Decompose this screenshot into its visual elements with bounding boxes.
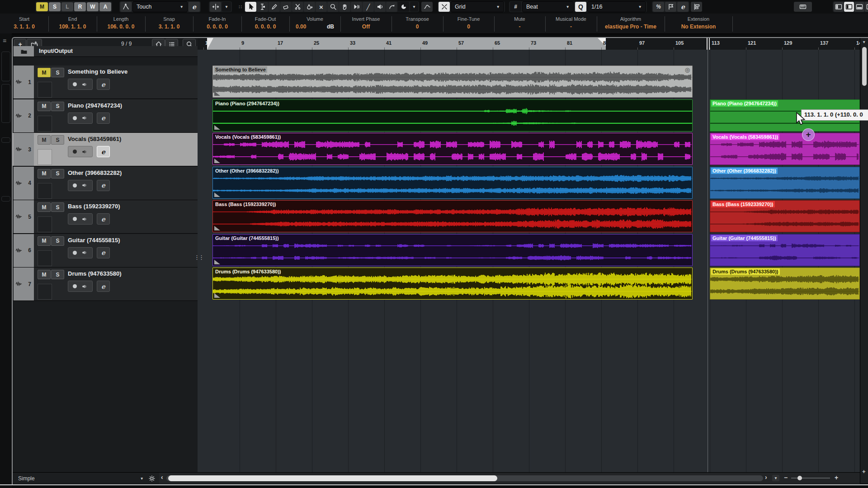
- monitor-icon[interactable]: [81, 249, 88, 256]
- solo-button[interactable]: S: [51, 202, 64, 212]
- autoscroll-options-button[interactable]: ▼: [222, 2, 231, 12]
- fade-handle-icon[interactable]: [214, 91, 220, 96]
- glue-tool-icon[interactable]: [304, 2, 315, 12]
- track-row-something[interactable]: 1MSSomething to Believee: [13, 66, 198, 99]
- mute-button[interactable]: M: [38, 135, 51, 145]
- erase-tool-icon[interactable]: [280, 2, 292, 12]
- edit-channel-button[interactable]: e: [97, 113, 110, 124]
- align-icon[interactable]: [691, 2, 702, 12]
- info-value-volume[interactable]: 0.00dB: [289, 23, 340, 30]
- record-enable-icon[interactable]: [73, 183, 77, 188]
- info-value-transpose[interactable]: 0: [392, 23, 443, 30]
- zoom-preset-icon[interactable]: ▼: [772, 475, 779, 481]
- info-value-length[interactable]: 106. 0. 0. 0: [97, 23, 145, 30]
- scroll-right-icon[interactable]: ›: [765, 474, 767, 481]
- ghost-audio-event-guitar[interactable]: Guitar (Guitar (744555815)): [710, 234, 860, 266]
- automation-m-button[interactable]: M: [36, 2, 48, 11]
- record-enable-icon[interactable]: [73, 150, 77, 154]
- zoom-slider-thumb[interactable]: [797, 476, 802, 480]
- draw-tool-icon[interactable]: [269, 2, 280, 12]
- hand-tool-icon[interactable]: [339, 2, 350, 12]
- audio-event-bass[interactable]: Bass (Bass (1592339270)): [212, 200, 693, 232]
- automation-s-button[interactable]: S: [49, 2, 61, 11]
- preset-dropdown-icon[interactable]: ▼: [140, 476, 144, 481]
- automation-curve-icon[interactable]: [421, 2, 433, 12]
- zone-left-button[interactable]: [834, 2, 844, 12]
- solo-button[interactable]: S: [51, 135, 64, 145]
- track-row-other[interactable]: 4MSOther (3966832282)e: [13, 167, 198, 200]
- zone-bottom-button[interactable]: [854, 2, 864, 12]
- info-value-end[interactable]: 109. 1. 1. 0: [48, 23, 97, 30]
- info-value-algorithm[interactable]: elastique Pro - Time: [597, 23, 665, 30]
- ghost-audio-event-bass[interactable]: Bass (Bass (1592339270)): [710, 200, 860, 232]
- split-tool-icon[interactable]: [292, 2, 303, 12]
- autoscroll-icon[interactable]: [210, 2, 221, 12]
- hscroll-track[interactable]: [166, 475, 763, 481]
- audio-event-drums[interactable]: Drums (Drums (947633580)): [212, 267, 693, 300]
- edit-channel-button[interactable]: e: [97, 79, 110, 90]
- comp-tool-icon[interactable]: [386, 2, 397, 12]
- folder-track-row[interactable]: Input/Output: [13, 46, 198, 57]
- automation-a-button[interactable]: A: [99, 2, 111, 11]
- track-preset-value[interactable]: Simple: [18, 475, 35, 482]
- mute-button[interactable]: M: [38, 236, 51, 246]
- monitor-icon[interactable]: [81, 81, 88, 88]
- info-value-fade-in[interactable]: 0. 0. 0. 0: [193, 23, 241, 30]
- solo-button[interactable]: S: [51, 102, 64, 111]
- snap-type-select[interactable]: Grid ▼: [451, 1, 504, 12]
- zone-left-wide-button[interactable]: [844, 2, 854, 12]
- track-row-piano[interactable]: 2MSPiano (2947647234)e: [13, 99, 198, 133]
- quantize-select[interactable]: 1/16 ▼: [587, 1, 646, 12]
- automation-w-button[interactable]: W: [87, 2, 99, 11]
- mute-tool-icon[interactable]: ×: [316, 2, 327, 12]
- zoom-slider-track[interactable]: [791, 478, 830, 479]
- monitor-icon[interactable]: [81, 216, 88, 222]
- ghost-audio-event-drums[interactable]: Drums (Drums (947633580)): [710, 267, 860, 300]
- monitor-icon[interactable]: [81, 115, 88, 121]
- inspector-stub[interactable]: [1, 196, 10, 202]
- audio-event-vocals[interactable]: Vocals (Vocals (583459861)): [212, 133, 693, 165]
- fade-handle-icon[interactable]: [214, 125, 220, 130]
- fade-handle-icon[interactable]: [214, 226, 220, 230]
- keyboard-panel-icon[interactable]: [794, 2, 812, 12]
- gear-icon[interactable]: [148, 475, 156, 482]
- fade-handle-icon[interactable]: [214, 192, 220, 197]
- color-options-button[interactable]: ▼: [410, 2, 418, 12]
- track-name[interactable]: Guitar (744555815): [68, 237, 120, 244]
- scroll-up-icon[interactable]: ▼: [862, 40, 866, 44]
- fade-handle-icon[interactable]: [214, 260, 220, 264]
- automation-r-button[interactable]: R: [74, 2, 86, 11]
- info-value-invert-phase[interactable]: Off: [340, 23, 392, 30]
- solo-button[interactable]: S: [51, 236, 64, 246]
- info-value-fine-tune[interactable]: 0: [443, 23, 494, 30]
- line-tool-icon[interactable]: ╱: [363, 2, 374, 12]
- inspector-stub[interactable]: [1, 52, 10, 81]
- inspector-stub[interactable]: [1, 137, 10, 143]
- automation-edit-button[interactable]: e: [189, 2, 200, 12]
- vertical-zoom-in-icon[interactable]: +: [862, 468, 866, 475]
- audio-event-piano[interactable]: Piano (Piano (2947647234)): [212, 99, 693, 131]
- mute-button[interactable]: M: [38, 68, 51, 77]
- ghost-audio-event-vocals[interactable]: Vocals (Vocals (583459861)): [710, 133, 860, 165]
- audiowarp-flag-icon[interactable]: [665, 2, 676, 12]
- audio-event-other[interactable]: Other (Other (3966832282)): [212, 167, 693, 199]
- zoom-out-icon[interactable]: −: [784, 474, 788, 481]
- track-name[interactable]: Something to Believe: [68, 68, 127, 75]
- zoom-in-icon[interactable]: +: [835, 474, 838, 481]
- mute-button[interactable]: M: [38, 270, 51, 279]
- info-value-mute[interactable]: -: [494, 23, 545, 30]
- info-value-musical-mode[interactable]: -: [545, 23, 597, 30]
- edit-channel-button[interactable]: e: [97, 213, 110, 225]
- zoom-tool-icon[interactable]: [327, 2, 339, 12]
- track-name[interactable]: Piano (2947647234): [68, 102, 122, 109]
- record-enable-icon[interactable]: [73, 284, 77, 288]
- event-display[interactable]: groove3 Something to Believe◎Piano (Pian…: [198, 50, 860, 472]
- track-name[interactable]: Bass (1592339270): [68, 203, 120, 210]
- menu-icon[interactable]: ≡: [3, 37, 6, 44]
- track-row-vocals[interactable]: 3MSVocals (583459861)e: [13, 133, 198, 166]
- automation-mode-select[interactable]: Touch ▼: [132, 1, 188, 12]
- record-enable-icon[interactable]: [73, 217, 77, 221]
- edit-channel-button[interactable]: e: [97, 180, 110, 191]
- scroll-left-icon[interactable]: ‹: [161, 474, 163, 481]
- mute-button[interactable]: M: [38, 202, 51, 212]
